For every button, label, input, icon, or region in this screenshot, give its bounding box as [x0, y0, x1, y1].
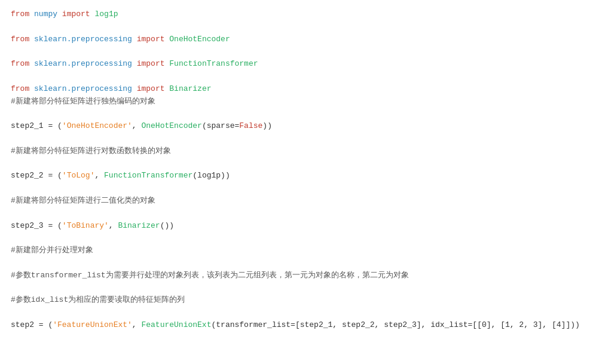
code-args-14: (transformer_list=[step2_1, step2_2, ste… — [211, 320, 579, 329]
keyword-import-2: import — [137, 35, 165, 44]
module-sklearn-preprocessing-3: sklearn.preprocessing — [34, 84, 132, 93]
code-line-1: from numpy import log1p — [11, 8, 608, 21]
module-sklearn-preprocessing-1: sklearn.preprocessing — [34, 35, 132, 44]
blank-line-4 — [11, 108, 608, 120]
code-line-4: from sklearn.preprocessing import Binari… — [11, 83, 608, 96]
blank-line-8 — [11, 207, 608, 220]
blank-line-2 — [11, 45, 608, 58]
module-sklearn-preprocessing-2: sklearn.preprocessing — [34, 59, 132, 68]
blank-line-11 — [11, 282, 608, 295]
code-paren-3: ()) — [160, 221, 174, 230]
module-numpy: numpy — [34, 10, 57, 19]
code-comma-3: , — [109, 221, 118, 230]
code-editor: from numpy import log1p from sklearn.pre… — [6, 5, 608, 364]
code-line-10: step2_3 = ('ToBinary', Binarizer()) — [11, 220, 608, 233]
var-step2: step2 = ( — [11, 320, 53, 329]
func-log1p: log1p — [94, 10, 118, 19]
code-comma-14: , — [132, 320, 142, 329]
call-featureunionext: FeatureUnionExt — [141, 320, 211, 329]
blank-line-12 — [11, 307, 608, 319]
comment-line-12: #参数transformer_list为需要并行处理的对象列表，该列表为二元组列… — [11, 270, 608, 282]
keyword-from-2: from — [11, 35, 29, 44]
blank-line-5 — [11, 133, 608, 145]
string-tolog: 'ToLog' — [62, 171, 95, 180]
var-step2-3: step2_3 = ( — [11, 221, 62, 230]
keyword-import-1: import — [62, 10, 90, 19]
var-step2-1: step2_1 = ( — [11, 121, 62, 130]
call-functiontransformer: FunctionTransformer — [104, 171, 193, 180]
code-comma-1: , — [132, 121, 142, 130]
blank-line-6 — [11, 158, 608, 170]
string-onehotencoder: 'OneHotEncoder' — [62, 121, 132, 130]
blank-line-3 — [11, 71, 608, 83]
keyword-from-4: from — [11, 84, 29, 93]
comment-line-9: #新建将部分特征矩阵进行二值化类的对象 — [11, 195, 608, 207]
blank-line-10 — [11, 257, 608, 270]
kw-false-1: False — [239, 121, 262, 130]
string-tobinary: 'ToBinary' — [62, 221, 109, 230]
comment-line-7: #新建将部分特征矩阵进行对数函数转换的对象 — [11, 145, 608, 158]
comment-line-13: #参数idx_list为相应的需要读取的特征矩阵的列 — [11, 294, 608, 307]
code-paren-2: (log1p)) — [193, 171, 230, 180]
blank-line-1 — [11, 21, 608, 33]
keyword-from-1: from — [11, 10, 29, 19]
keyword-import-3: import — [137, 59, 165, 68]
comment-line-11: #新建部分并行处理对象 — [11, 244, 608, 257]
code-comma-2: , — [94, 171, 104, 180]
code-paren-close-1: )) — [262, 121, 272, 130]
blank-line-9 — [11, 232, 608, 244]
code-line-8: step2_2 = ('ToLog', FunctionTransformer(… — [11, 170, 608, 182]
comment-line-5: #新建将部分特征矩阵进行独热编码的对象 — [11, 96, 608, 108]
code-line-14: step2 = ('FeatureUnionExt', FeatureUnion… — [11, 319, 608, 332]
string-featureunionext: 'FeatureUnionExt' — [53, 320, 132, 329]
code-line-3: from sklearn.preprocessing import Functi… — [11, 58, 608, 71]
code-line-6: step2_1 = ('OneHotEncoder', OneHotEncode… — [11, 120, 608, 133]
call-onehotencoder: OneHotEncoder — [141, 121, 201, 130]
code-line-2: from sklearn.preprocessing import OneHot… — [11, 33, 608, 46]
class-binarizer: Binarizer — [169, 84, 211, 93]
code-paren-1: (sparse= — [202, 121, 239, 130]
blank-line-7 — [11, 182, 608, 195]
call-binarizer: Binarizer — [118, 221, 160, 230]
class-onehotencoder: OneHotEncoder — [169, 35, 230, 44]
class-functiontransformer: FunctionTransformer — [169, 59, 258, 68]
keyword-import-4: import — [137, 84, 165, 93]
var-step2-2: step2_2 = ( — [11, 171, 62, 180]
keyword-from-3: from — [11, 59, 29, 68]
